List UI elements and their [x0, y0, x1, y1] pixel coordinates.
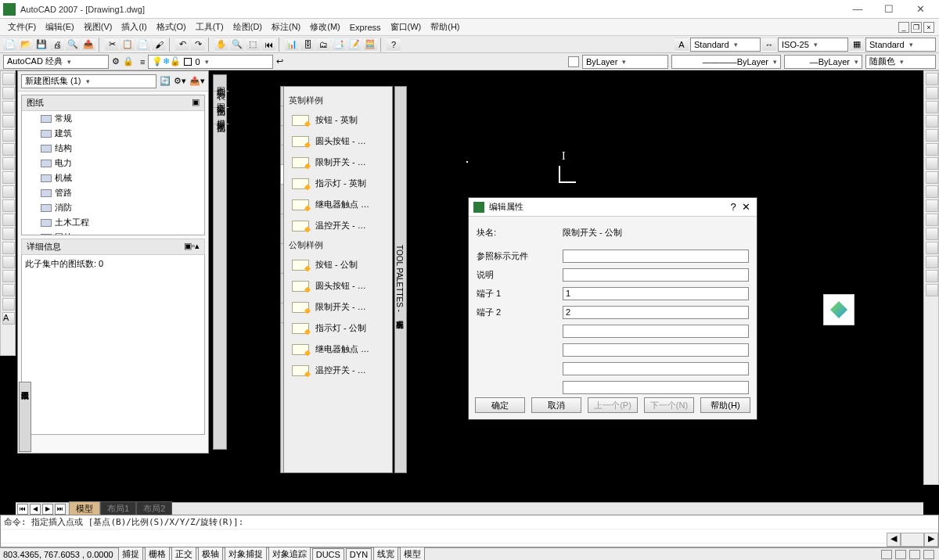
layer-prev-icon[interactable]: ↩ — [276, 56, 283, 66]
scale-icon[interactable] — [926, 171, 938, 184]
menu-window[interactable]: 窗口(W) — [387, 20, 425, 34]
maximize-button[interactable]: ☐ — [873, 2, 905, 17]
tablestyle-icon[interactable]: ▦ — [850, 38, 864, 52]
hatch-icon[interactable] — [2, 256, 15, 268]
pal-item[interactable]: 温控开关 - … — [287, 215, 389, 236]
pal-item[interactable]: 按钮 - 英制 — [287, 109, 389, 131]
plotstyle-combo[interactable]: 随颜色 — [865, 55, 936, 69]
ws-lock-icon[interactable]: 🔒 — [123, 56, 134, 66]
mdi-close-button[interactable]: × — [923, 22, 934, 33]
gradient-icon[interactable] — [2, 270, 15, 282]
menu-file[interactable]: 文件(F) — [5, 20, 39, 34]
next-button[interactable]: 下一个(N) — [644, 397, 694, 413]
pal-item[interactable]: 圆头按钮 - … — [287, 275, 389, 296]
ws-settings-icon[interactable]: ⚙ — [112, 56, 120, 66]
palette-title[interactable]: TOOL PALETTES - 所有选项板 — [394, 86, 407, 473]
arc-icon[interactable] — [2, 143, 15, 156]
paste-icon[interactable]: 📄 — [136, 38, 150, 52]
block-icon[interactable] — [2, 228, 15, 240]
tab-first-button[interactable]: ⏮ — [17, 504, 28, 515]
rotate-icon[interactable] — [926, 157, 938, 170]
help-icon[interactable]: ? — [387, 38, 401, 52]
grid-toggle[interactable]: 栅格 — [145, 547, 170, 560]
attr2-input[interactable] — [563, 268, 749, 282]
osnap-toggle[interactable]: 对象捕捉 — [225, 547, 267, 560]
tab-last-button[interactable]: ⏭ — [55, 504, 66, 515]
zoom-win-icon[interactable]: ⬚ — [246, 38, 260, 52]
cmd-scroll-left[interactable]: ◀ — [887, 533, 901, 547]
prev-button[interactable]: 上一个(P) — [588, 397, 638, 413]
undo-icon[interactable]: ↶ — [175, 38, 189, 52]
pline-icon[interactable] — [2, 101, 15, 113]
pal-item[interactable]: 继电器触点 … — [287, 339, 389, 360]
revcloud-icon[interactable] — [2, 171, 15, 184]
tab-next-button[interactable]: ▶ — [42, 504, 53, 515]
snap-toggle[interactable]: 捕捉 — [118, 547, 143, 560]
minimize-button[interactable]: — — [842, 2, 873, 17]
spline-icon[interactable] — [2, 185, 15, 198]
sheet-icon[interactable]: 📑 — [332, 38, 346, 52]
pan-icon[interactable]: ✋ — [214, 38, 228, 52]
menu-edit[interactable]: 编辑(E) — [42, 20, 77, 34]
polygon-icon[interactable] — [2, 115, 15, 127]
cmd-scroll-track[interactable] — [901, 533, 924, 547]
color-swatch[interactable] — [568, 56, 579, 67]
pal-item[interactable]: 按钮 - 公制 — [287, 254, 389, 275]
lineweight-combo[interactable]: — ByLayer — [784, 55, 862, 69]
dyn-toggle[interactable]: DYN — [346, 548, 372, 561]
attr5-input[interactable] — [563, 325, 749, 338]
vtab-modelviews[interactable]: 模型视图 — [214, 108, 228, 124]
trim-icon[interactable] — [926, 199, 938, 212]
pal-item[interactable]: 指示灯 - 公制 — [287, 318, 389, 339]
join-icon[interactable] — [926, 242, 938, 254]
textstyle-icon[interactable]: A — [675, 38, 689, 52]
layermgr-icon[interactable]: ≡ — [140, 57, 145, 66]
pal-item[interactable]: 限制开关 - … — [287, 296, 389, 318]
vtab-sheetviews[interactable]: 图纸视图 — [214, 92, 228, 108]
zoom-prev-icon[interactable]: ⏮ — [261, 38, 275, 52]
color-combo[interactable]: ByLayer — [582, 55, 668, 69]
sheetset-combo[interactable]: 新建图纸集 (1) — [21, 74, 156, 88]
modelspace-toggle[interactable]: 模型 — [400, 547, 425, 560]
erase-icon[interactable] — [926, 73, 938, 85]
menu-view[interactable]: 视图(V) — [81, 20, 116, 34]
table-style-combo[interactable]: Standard — [865, 38, 936, 52]
attr6-input[interactable] — [563, 343, 749, 357]
attr8-input[interactable] — [563, 381, 749, 394]
dim-style-combo[interactable]: ISO-25 — [778, 38, 848, 52]
menu-express[interactable]: Express — [347, 21, 384, 34]
zoom-icon[interactable]: 🔍 — [230, 38, 244, 52]
lock-icon[interactable] — [909, 550, 920, 559]
options-icon[interactable] — [923, 550, 934, 559]
pal-item[interactable]: 指示灯 - 英制 — [287, 173, 389, 194]
mdi-min-button[interactable]: _ — [898, 22, 909, 33]
help-button[interactable]: 帮助(H) — [700, 397, 750, 413]
chamfer-icon[interactable] — [926, 256, 938, 268]
dialog-help-button[interactable]: ? — [727, 201, 739, 213]
publish-icon[interactable]: 📤 — [81, 38, 95, 52]
ellipse-icon[interactable] — [2, 199, 15, 212]
calc-icon[interactable]: 🧮 — [363, 38, 377, 52]
point-icon[interactable] — [2, 242, 15, 254]
attr3-input[interactable] — [563, 287, 749, 300]
markup-icon[interactable]: 📝 — [347, 38, 362, 52]
tab-prev-button[interactable]: ◀ — [30, 504, 41, 515]
command-input[interactable] — [1, 529, 938, 544]
props-icon[interactable]: 📊 — [285, 38, 299, 52]
copy-icon[interactable]: 📋 — [121, 38, 135, 52]
coords-display[interactable]: 803.4365, 767.6053 , 0.0000 — [0, 550, 117, 559]
assist-badge[interactable] — [823, 294, 854, 325]
tp-icon[interactable]: 🗂 — [316, 38, 330, 52]
pal-item[interactable]: 限制开关 - … — [287, 152, 389, 173]
copy2-icon[interactable] — [926, 87, 938, 99]
dimstyle-icon[interactable]: ↔ — [762, 38, 776, 52]
menu-dim[interactable]: 标注(N) — [268, 20, 304, 34]
attr1-input[interactable] — [563, 249, 749, 263]
ducs-toggle[interactable]: DUCS — [312, 548, 344, 561]
cancel-button[interactable]: 取消 — [531, 397, 581, 413]
break-icon[interactable] — [926, 228, 938, 240]
menu-draw[interactable]: 绘图(D) — [230, 20, 265, 34]
line-icon[interactable] — [2, 73, 15, 85]
pal-item[interactable]: 圆头按钮 - … — [287, 131, 389, 152]
match-icon[interactable]: 🖌 — [152, 38, 166, 52]
